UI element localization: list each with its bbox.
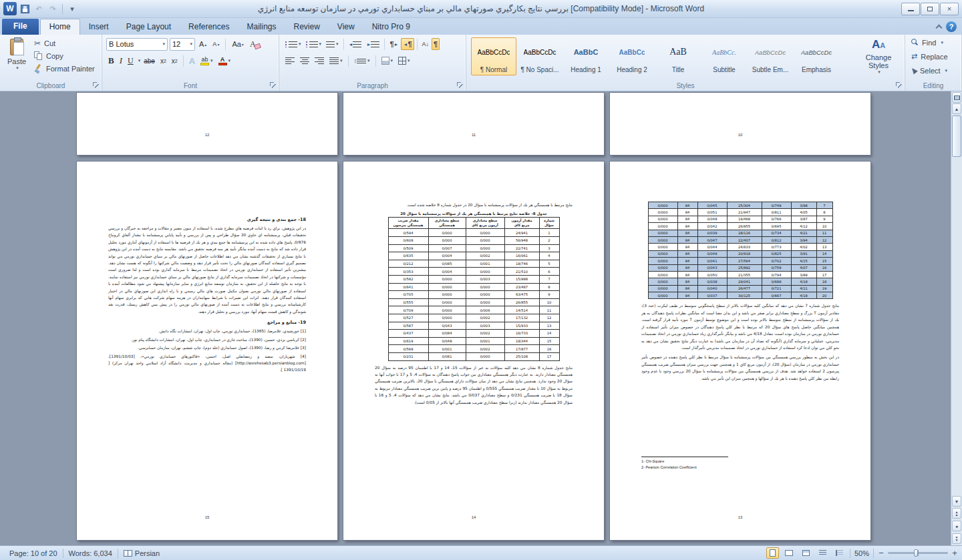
ltr-direction-button[interactable]: ¶► xyxy=(387,38,400,50)
tab-review[interactable]: Review xyxy=(285,19,328,35)
sort-button[interactable]: A↓ xyxy=(420,38,432,50)
select-button[interactable]: Select▾ xyxy=(908,64,961,77)
zoom-slider[interactable]: − + xyxy=(878,548,958,558)
scroll-up-button[interactable]: ▲ xyxy=(952,103,961,114)
fullscreen-reading-view-button[interactable] xyxy=(783,547,796,559)
align-left-button[interactable] xyxy=(283,55,297,67)
page-14[interactable]: نتايج مرتبط با همبستگي هر يك از سؤالات پ… xyxy=(343,162,604,540)
font-dialog-launcher[interactable] xyxy=(270,82,276,88)
restore-button[interactable] xyxy=(921,3,939,15)
numbering-button[interactable]: ▾ xyxy=(304,38,324,50)
page-15[interactable]: 18- جمع بندي و نتيجه گيريدر اين پژوهش، ب… xyxy=(77,162,337,540)
multilevel-list-button[interactable]: ▾ xyxy=(324,38,341,50)
style-item-2[interactable]: AaBbCcDc¶ No Spaci... xyxy=(517,37,563,75)
minimize-ribbon-icon[interactable] xyxy=(936,25,943,31)
paste-button[interactable]: Paste ▾ xyxy=(3,37,31,79)
style-item-1[interactable]: AaBbCcDc¶ Normal xyxy=(471,37,516,75)
font-name-select[interactable]: B Lotus▾ xyxy=(106,38,168,51)
tab-file[interactable]: File xyxy=(2,19,39,35)
change-case-button[interactable]: Aa▾ xyxy=(230,38,245,50)
style-item-4[interactable]: AaBbCcHeading 2 xyxy=(609,37,655,75)
tab-mailings[interactable]: Mailings xyxy=(238,19,285,35)
word-app-icon[interactable]: W xyxy=(3,2,17,15)
decrease-indent-button[interactable]: ◄ xyxy=(347,38,364,50)
print-layout-view-button[interactable] xyxy=(766,547,779,559)
scroll-down-button[interactable]: ▼ xyxy=(952,496,961,507)
undo-button[interactable]: ↶ xyxy=(33,3,45,15)
browse-object-button[interactable]: ● xyxy=(952,521,961,531)
page-12[interactable]: 12 xyxy=(77,93,337,155)
tab-nitro-pro-9[interactable]: Nitro Pro 9 xyxy=(363,19,419,35)
clipboard-dialog-launcher[interactable] xyxy=(93,82,99,88)
align-center-button[interactable] xyxy=(298,55,311,67)
style-item-6[interactable]: AaBbCc.Subtitle xyxy=(701,37,747,75)
font-color-button[interactable]: A▾ xyxy=(216,55,233,67)
redo-button[interactable]: ↷ xyxy=(47,3,59,15)
style-item-8[interactable]: AaBbCcDcEmphasis xyxy=(794,37,839,75)
text-effects-button[interactable]: A xyxy=(187,55,197,67)
page-11[interactable]: 11 xyxy=(343,93,604,155)
clear-formatting-button[interactable]: A xyxy=(248,38,258,50)
subscript-button[interactable]: x2 xyxy=(158,55,168,67)
italic-button[interactable]: I xyxy=(118,55,124,67)
page-10[interactable]: 10 xyxy=(610,93,870,155)
zoom-in-button[interactable]: + xyxy=(951,548,958,558)
ruler-toggle-button[interactable] xyxy=(952,92,961,103)
close-button[interactable]: × xyxy=(940,3,959,15)
bold-button[interactable]: B xyxy=(106,55,116,67)
copy-button[interactable]: Copy xyxy=(31,49,98,62)
cut-button[interactable]: ✂Cut xyxy=(31,37,98,49)
word-count[interactable]: Words: 6,034 xyxy=(63,549,118,557)
zoom-track[interactable] xyxy=(888,552,948,554)
shading-button[interactable]: ▾ xyxy=(379,55,395,67)
page-indicator[interactable]: Page: 10 of 20 xyxy=(4,549,63,557)
help-icon[interactable]: ? xyxy=(946,21,957,32)
tab-references[interactable]: References xyxy=(180,19,238,35)
change-styles-button[interactable]: AA Change Styles ▾ xyxy=(859,38,898,79)
paragraph-dialog-launcher[interactable] xyxy=(457,82,463,88)
zoom-thumb[interactable] xyxy=(914,549,918,557)
shrink-font-button[interactable]: A▾ xyxy=(210,38,221,50)
format-painter-button[interactable]: Format Painter xyxy=(31,62,98,75)
highlight-button[interactable]: ab▾ xyxy=(198,55,215,67)
underline-button[interactable]: U xyxy=(126,55,136,67)
previous-page-button[interactable]: ▲▲ xyxy=(952,508,961,519)
vertical-scrollbar[interactable]: ▲ ▼ ▲▲ ● ▼▼ xyxy=(951,91,962,545)
rtl-direction-button[interactable]: ◄¶ xyxy=(401,38,414,50)
underline-dropdown-icon[interactable]: ▾ xyxy=(138,58,141,63)
bullets-button[interactable]: ▾ xyxy=(283,38,303,50)
web-layout-view-button[interactable] xyxy=(800,547,812,559)
show-paragraph-marks-button[interactable]: ¶ xyxy=(432,38,440,50)
scrollbar-thumb[interactable] xyxy=(952,115,961,157)
tab-home[interactable]: Home xyxy=(40,19,80,35)
tab-page-layout[interactable]: Page Layout xyxy=(118,19,180,35)
styles-dialog-launcher[interactable] xyxy=(896,82,902,88)
draft-view-button[interactable] xyxy=(833,547,846,559)
page-13[interactable]: 73/980/74825/3040/045840/00084/050/81121… xyxy=(610,162,870,540)
style-item-3[interactable]: AaBbCHeading 1 xyxy=(563,37,609,75)
minimize-button[interactable] xyxy=(901,3,920,15)
zoom-out-button[interactable]: − xyxy=(878,548,885,558)
align-right-button[interactable] xyxy=(313,55,326,67)
style-item-7[interactable]: AaBbCcDcSubtle Em... xyxy=(748,37,793,75)
find-button[interactable]: Find▾ xyxy=(908,36,961,49)
replace-button[interactable]: ⇄Replace xyxy=(908,50,961,63)
superscript-button[interactable]: x2 xyxy=(170,55,180,67)
tab-insert[interactable]: Insert xyxy=(80,19,118,35)
borders-button[interactable]: ▾ xyxy=(396,55,412,67)
grow-font-button[interactable]: A▴ xyxy=(197,38,208,50)
paste-dropdown-icon[interactable]: ▾ xyxy=(16,65,19,71)
style-item-5[interactable]: AaBTitle xyxy=(655,37,701,75)
qat-customize-button[interactable]: ▾ xyxy=(66,3,78,15)
language-indicator[interactable]: Persian xyxy=(118,549,165,557)
tab-view[interactable]: View xyxy=(329,19,363,35)
justify-button[interactable]: ▾ xyxy=(327,55,345,67)
increase-indent-button[interactable]: ► xyxy=(364,38,381,50)
save-button[interactable] xyxy=(19,3,31,15)
strikethrough-button[interactable]: abe xyxy=(142,55,157,67)
next-page-button[interactable]: ▼▼ xyxy=(952,533,961,544)
font-size-select[interactable]: 12▾ xyxy=(170,38,195,51)
zoom-level[interactable]: 50% xyxy=(854,549,869,557)
line-spacing-button[interactable]: ↕▾ xyxy=(352,55,372,67)
outline-view-button[interactable] xyxy=(816,547,829,559)
